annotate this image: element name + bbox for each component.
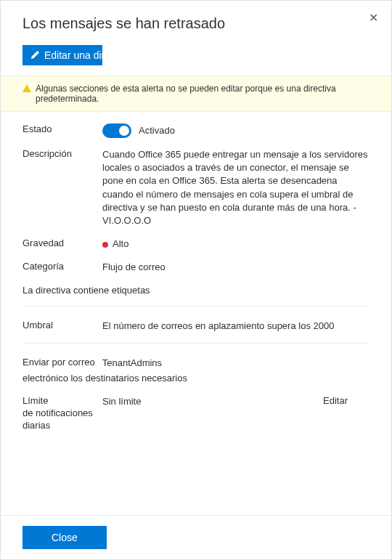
severity-label: Gravedad: [23, 238, 102, 248]
warning-banner: Algunas secciones de esta alerta no se p…: [1, 76, 391, 112]
severity-dot-icon: [102, 242, 108, 248]
limit-label-2: de notificaciones: [23, 407, 102, 420]
description-label: Descripción: [23, 148, 102, 159]
recipients-label-2: electrónico los destinatarios necesarios: [23, 373, 369, 385]
tags-label: La directiva contiene etiquetas: [23, 285, 369, 296]
close-icon[interactable]: ✕: [369, 11, 378, 25]
status-label: Estado: [23, 123, 102, 134]
threshold-label: Umbral: [23, 320, 102, 330]
limit-label-3: diarias: [23, 420, 102, 432]
warning-text: Algunas secciones de esta alerta no se p…: [36, 84, 369, 104]
edit-policy-button[interactable]: Editar una directiva: [23, 45, 102, 65]
warning-icon: [23, 84, 31, 92]
panel-title: Los mensajes se han retrasado: [23, 15, 369, 32]
threshold-value: El número de correos en aplazamiento sup…: [102, 320, 369, 333]
divider: [23, 343, 369, 344]
recipients-label-1: Enviar por correo: [23, 357, 95, 369]
edit-link[interactable]: Editar: [323, 395, 348, 406]
category-value: Flujo de correo: [102, 261, 369, 274]
divider: [23, 306, 369, 307]
description-value: Cuando Office 365 puede entregar un mens…: [102, 148, 369, 227]
status-value: Activado: [139, 124, 175, 137]
edit-policy-label: Editar una directiva: [44, 49, 102, 61]
recipients-value: TenantAdmins: [102, 357, 369, 370]
status-toggle[interactable]: [102, 123, 131, 138]
category-label: Categoría: [23, 261, 102, 272]
limit-label-1: Límite: [23, 395, 102, 407]
pencil-icon: [30, 50, 40, 60]
severity-value: Alto: [113, 238, 128, 249]
close-button[interactable]: Close: [23, 526, 107, 549]
